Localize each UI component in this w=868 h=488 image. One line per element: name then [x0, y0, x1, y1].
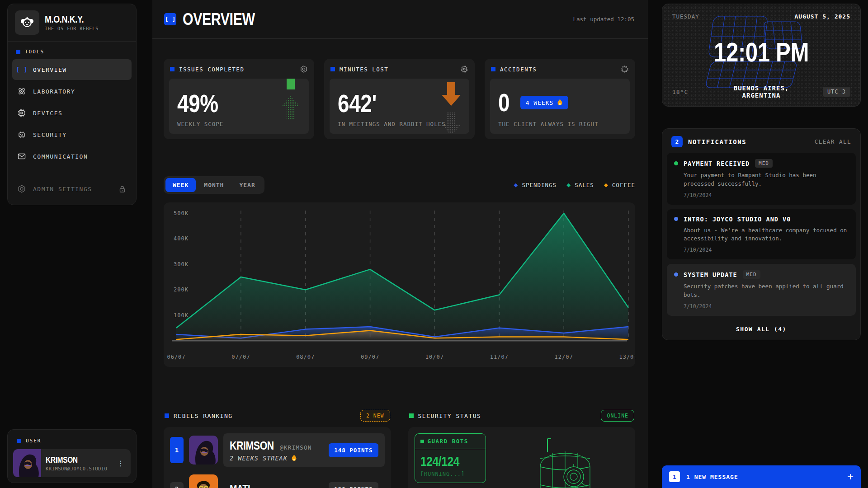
- utc-offset-badge: UTC-3: [823, 87, 850, 97]
- sidebar-item-overview[interactable]: [ ] OVERVIEW: [12, 59, 132, 80]
- tab-week[interactable]: WEEK: [165, 178, 196, 192]
- range-tabs: WEEK MONTH YEAR: [164, 176, 264, 194]
- sidebar: M.O.N.K.Y. THE OS FOR REBELS TOOLS [ ] O…: [7, 4, 137, 205]
- overview-chart: 100K200K300K400K500K06/0707/0708/0709/07…: [164, 202, 635, 367]
- svg-text:500K: 500K: [174, 210, 189, 216]
- notification-system-update[interactable]: SYSTEM UPDATE MED Security patches have …: [667, 264, 856, 316]
- stat-card-issues-completed: ISSUES COMPLETED 49% WEEKLY SCOPE: [164, 59, 314, 139]
- notification-date: 7/10/2024: [684, 192, 849, 198]
- green-square-icon: [409, 413, 414, 418]
- sidebar-item-devices[interactable]: DEVICES: [12, 103, 132, 123]
- rank-streak: 2 WEEKS STREAK: [230, 455, 312, 462]
- tab-year[interactable]: YEAR: [232, 178, 262, 192]
- guard-bots-count: 124/124: [420, 454, 459, 469]
- logo-row: M.O.N.K.Y. THE OS FOR REBELS: [8, 4, 136, 42]
- svg-text:11/07: 11/07: [490, 354, 509, 360]
- atom-icon: [17, 87, 27, 96]
- chart-controls: WEEK MONTH YEAR ◆ SPENDINGS ◆ SALES ◆ CO…: [164, 176, 635, 194]
- notification-date: 7/10/2024: [684, 303, 849, 310]
- plus-icon[interactable]: +: [847, 471, 854, 482]
- status-dot: [674, 161, 678, 165]
- sidebar-item-communication[interactable]: COMMUNICATION: [12, 146, 132, 167]
- diamond-icon: ◆: [566, 182, 571, 188]
- stat-value: 0: [498, 90, 509, 115]
- user-section-label: USER: [13, 435, 131, 446]
- avatar-krimson: [189, 436, 218, 465]
- last-updated: Last updated 12:05: [573, 16, 634, 23]
- blue-square-icon: [491, 67, 495, 71]
- stat-title: ISSUES COMPLETED: [179, 66, 244, 73]
- overview-chart-panel: 100K200K300K400K500K06/0707/0708/0709/07…: [164, 202, 635, 367]
- legend-coffee: ◆ COFFEE: [604, 182, 635, 188]
- status-dot: [674, 217, 678, 221]
- sidebar-user-panel: USER KRIMSON KRIMSON@JOYCO.STUDIO ⋮: [7, 429, 137, 483]
- points-badge: 148 POINTS: [329, 443, 378, 457]
- bottom-sections: REBELS RANKING 2 NEW 1: [164, 404, 635, 488]
- nut-icon[interactable]: [300, 65, 308, 73]
- robot-icon: [17, 130, 27, 139]
- kebab-menu-icon[interactable]: ⋮: [115, 457, 126, 469]
- status-dot: [674, 272, 678, 277]
- priority-badge: MED: [743, 270, 760, 279]
- sidebar-item-admin-settings[interactable]: ADMIN SETTINGS: [12, 178, 132, 199]
- rank-row-1[interactable]: 1 KRIMSON: [170, 433, 385, 467]
- brackets-icon: [ ]: [17, 66, 27, 73]
- ranking-list: 1 KRIMSON: [164, 427, 391, 488]
- guard-bots-status: [RUNNING...]: [420, 471, 480, 477]
- notification-date: 7/10/2024: [684, 247, 849, 253]
- legend-spendings: ◆ SPENDINGS: [514, 182, 557, 188]
- stat-label: WEEKLY SCOPE: [177, 121, 301, 127]
- rebels-ranking-section: REBELS RANKING 2 NEW 1: [164, 404, 391, 488]
- trend-down-arrows-icon: [439, 82, 464, 134]
- rank-number: 2: [170, 482, 184, 488]
- security-status-section: SECURITY STATUS ONLINE GUARD BOTS 124/12…: [408, 404, 636, 488]
- notification-title: INTRO: JOYCO STUDIO AND V0: [684, 216, 791, 223]
- svg-text:100K: 100K: [174, 312, 189, 319]
- location: BUENOS AIRES, ARGENTINA: [713, 84, 810, 99]
- new-message-bar[interactable]: 1 1 NEW MESSAGE +: [662, 465, 861, 488]
- show-all-button[interactable]: SHOW ALL (4): [667, 320, 856, 337]
- envelope-icon: [17, 152, 27, 161]
- user-card[interactable]: KRIMSON KRIMSON@JOYCO.STUDIO ⋮: [13, 449, 131, 477]
- chip-icon: [17, 108, 27, 117]
- rank-row-2[interactable]: 2 MATI: [170, 472, 385, 488]
- user-info: KRIMSON KRIMSON@JOYCO.STUDIO ⋮: [41, 449, 131, 477]
- stat-value: 642': [338, 91, 439, 116]
- right-column: TUESDAY AUGUST 5, 2025 12:01 PM 18°C BUE…: [662, 4, 861, 488]
- svg-text:300K: 300K: [174, 261, 189, 267]
- security-status-header: SECURITY STATUS ONLINE: [408, 404, 636, 427]
- starburst-icon[interactable]: [621, 65, 629, 73]
- sidebar-item-security[interactable]: SECURITY: [12, 124, 132, 145]
- notification-intro-joyco[interactable]: INTRO: JOYCO STUDIO AND V0 About us - We…: [667, 209, 856, 260]
- sidebar-tools-panel: M.O.N.K.Y. THE OS FOR REBELS TOOLS [ ] O…: [7, 4, 137, 205]
- svg-text:08/07: 08/07: [296, 354, 315, 360]
- lock-icon: [117, 185, 127, 193]
- app-subtitle: THE OS FOR REBELS: [45, 26, 99, 31]
- flame-icon: [291, 455, 297, 462]
- stat-title: ACCIDENTS: [500, 66, 537, 73]
- notification-payment-received[interactable]: PAYMENT RECEIVED MED Your payment to Ram…: [667, 153, 856, 205]
- priority-badge: MED: [755, 159, 773, 168]
- date: AUGUST 5, 2025: [794, 13, 850, 20]
- sidebar-item-laboratory[interactable]: LABORATORY: [12, 81, 132, 102]
- rank-info: KRIMSON @KRIMSON 2 WEEKS STREAK 148 POIN…: [223, 433, 385, 467]
- stat-value: 49%: [177, 91, 278, 116]
- stat-body: 49% WEEKLY SCOPE: [169, 79, 309, 134]
- points-badge: 129 POINTS: [329, 482, 378, 488]
- page-title: OVERVIEW: [183, 10, 255, 29]
- tab-month[interactable]: MONTH: [197, 178, 231, 192]
- blue-square-icon: [170, 67, 175, 71]
- page-header: [ ] OVERVIEW Last updated 12:05: [152, 0, 648, 39]
- stat-body: 0 4 WEEKS THE CLIENT ALWAYS IS RIGHT: [490, 79, 630, 134]
- notification-body: About us - We're a healthcare company fo…: [684, 226, 849, 244]
- weekday: TUESDAY: [672, 13, 699, 20]
- chip-icon[interactable]: [460, 65, 468, 73]
- clear-all-button[interactable]: CLEAR ALL: [815, 138, 851, 145]
- rebels-ranking-header: REBELS RANKING 2 NEW: [164, 404, 391, 427]
- message-text: 1 NEW MESSAGE: [686, 474, 738, 480]
- svg-text:400K: 400K: [174, 235, 189, 242]
- rank-handle: @KRIMSON: [280, 444, 312, 451]
- app-title: M.O.N.K.Y.: [45, 14, 84, 25]
- chart-legend: ◆ SPENDINGS ◆ SALES ◆ COFFEE: [514, 182, 635, 188]
- stat-title: MINUTES LOST: [340, 66, 388, 73]
